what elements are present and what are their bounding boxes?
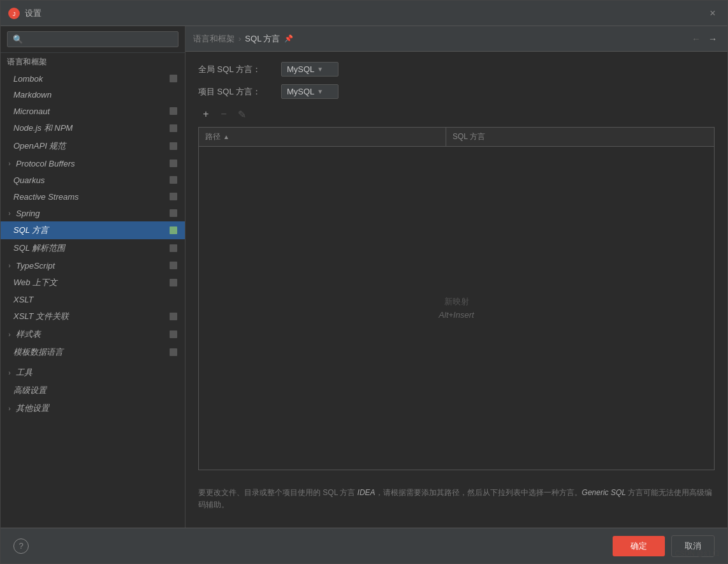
- sidebar: 语言和框架 Lombok Markdown Micronaut Node.j: [1, 26, 186, 528]
- item-icon: [168, 260, 178, 271]
- project-sql-dropdown[interactable]: MySQL ▼: [281, 84, 339, 99]
- dropdown-arrow-icon: ▼: [317, 66, 323, 73]
- item-icon: [168, 123, 178, 133]
- sidebar-item-label: Reactive Streams: [13, 192, 79, 202]
- sidebar-item-label: 模板数据语言: [13, 346, 63, 358]
- sidebar-item-label: Spring: [16, 209, 40, 218]
- sidebar-item-label: Micronaut: [13, 107, 50, 116]
- breadcrumb-separator: ›: [238, 34, 241, 43]
- project-sql-row: 项目 SQL 方言： MySQL ▼: [198, 84, 715, 99]
- description: 要更改文件、目录或整个项目使用的 SQL 方言 IDEA，请根据需要添加其路径，…: [198, 480, 715, 517]
- empty-hint: 新映射 Alt+Insert: [439, 296, 474, 320]
- item-icon: [168, 329, 178, 339]
- sidebar-item-label: XSLT: [13, 295, 34, 304]
- nav-back-arrow[interactable]: ←: [689, 32, 703, 46]
- dropdown-arrow-icon: ▼: [317, 88, 323, 95]
- col-path[interactable]: 路径 ▲: [199, 128, 446, 146]
- chevron-right-icon: ›: [6, 262, 13, 269]
- item-icon: [168, 243, 178, 253]
- sidebar-item-label: SQL 方言: [13, 225, 48, 236]
- sidebar-item-label: 其他设置: [16, 403, 49, 414]
- search-input[interactable]: [7, 31, 178, 47]
- sidebar-item-sql-dialect[interactable]: SQL 方言: [1, 221, 185, 239]
- empty-shortcut: Alt+Insert: [439, 310, 474, 320]
- chevron-right-icon: ›: [6, 209, 13, 217]
- global-sql-label: 全局 SQL 方言：: [198, 64, 275, 75]
- sidebar-item-spring[interactable]: › Spring: [1, 205, 185, 221]
- sidebar-item-markdown[interactable]: Markdown: [1, 87, 185, 103]
- breadcrumb-parent: 语言和框架: [193, 33, 235, 45]
- pin-icon: 📌: [284, 34, 293, 43]
- col-sql[interactable]: SQL 方言: [446, 128, 714, 146]
- breadcrumb-current: SQL 方言: [245, 33, 280, 45]
- toolbar: + − ✎: [198, 107, 715, 122]
- item-icon: [168, 73, 178, 84]
- title-bar: J 设置 ×: [1, 1, 727, 26]
- sidebar-item-label: OpenAPI 规范: [13, 140, 66, 152]
- global-sql-value: MySQL: [287, 64, 314, 74]
- sidebar-item-label: 工具: [16, 367, 33, 378]
- breadcrumb: 语言和框架 › SQL 方言 📌: [193, 33, 689, 45]
- settings-body: 全局 SQL 方言： MySQL ▼ 项目 SQL 方言： MySQL ▼: [186, 52, 727, 528]
- sidebar-item-protocol-buffers[interactable]: › Protocol Buffers: [1, 155, 185, 172]
- app-icon: J: [8, 8, 20, 19]
- item-icon: [168, 347, 178, 357]
- item-icon: [168, 278, 178, 288]
- sidebar-item-label: XSLT 文件关联: [13, 311, 69, 322]
- sidebar-item-advanced[interactable]: 高级设置: [1, 382, 185, 399]
- sidebar-item-reactive-streams[interactable]: Reactive Streams: [1, 188, 185, 205]
- sidebar-item-xslt-assoc[interactable]: XSLT 文件关联: [1, 308, 185, 325]
- section-header-languages: 语言和框架: [1, 53, 185, 70]
- edit-button[interactable]: ✎: [234, 107, 249, 122]
- item-icon: [168, 191, 178, 202]
- sidebar-item-template-lang[interactable]: 模板数据语言: [1, 343, 185, 361]
- nav-arrows: ← →: [689, 32, 720, 46]
- sidebar-item-web-context[interactable]: Web 上下文: [1, 274, 185, 292]
- ok-button[interactable]: 确定: [613, 536, 665, 556]
- sidebar-item-label: SQL 解析范围: [13, 242, 65, 254]
- sidebar-item-openapi[interactable]: OpenAPI 规范: [1, 137, 185, 155]
- col-sql-label: SQL 方言: [453, 132, 485, 141]
- table-body: 新映射 Alt+Insert: [199, 147, 714, 470]
- sidebar-item-label: 样式表: [16, 329, 41, 340]
- sidebar-item-label: Lombok: [13, 74, 43, 84]
- svg-text:J: J: [13, 11, 16, 17]
- sidebar-item-nodejs[interactable]: Node.js 和 NPM: [1, 119, 185, 137]
- item-icon: [168, 175, 178, 185]
- chevron-right-icon: ›: [6, 160, 13, 167]
- dialog-title: 设置: [25, 8, 706, 19]
- global-sql-row: 全局 SQL 方言： MySQL ▼: [198, 62, 715, 77]
- sidebar-list: 语言和框架 Lombok Markdown Micronaut Node.j: [1, 53, 185, 528]
- sidebar-item-micronaut[interactable]: Micronaut: [1, 103, 185, 119]
- chevron-right-icon: ›: [6, 369, 13, 376]
- item-icon: [168, 158, 178, 168]
- project-sql-value: MySQL: [287, 87, 314, 96]
- sidebar-item-other-settings[interactable]: › 其他设置: [1, 399, 185, 417]
- nav-forward-arrow[interactable]: →: [706, 32, 720, 46]
- sidebar-item-tools[interactable]: › 工具: [1, 364, 185, 382]
- content-header: 语言和框架 › SQL 方言 📌 ← →: [186, 26, 727, 52]
- sidebar-item-label: TypeScript: [16, 261, 55, 271]
- item-icon: [168, 225, 178, 235]
- sidebar-item-typescript[interactable]: › TypeScript: [1, 257, 185, 274]
- remove-button[interactable]: −: [216, 107, 231, 122]
- item-icon: [168, 311, 178, 322]
- sidebar-item-lombok[interactable]: Lombok: [1, 70, 185, 87]
- chevron-right-icon: ›: [6, 404, 13, 412]
- search-box: [1, 26, 185, 53]
- sidebar-item-quarkus[interactable]: Quarkus: [1, 172, 185, 188]
- sidebar-item-style-sheets[interactable]: › 样式表: [1, 325, 185, 343]
- global-sql-dropdown[interactable]: MySQL ▼: [281, 62, 339, 77]
- close-button[interactable]: ×: [706, 6, 720, 20]
- help-button[interactable]: ?: [13, 538, 29, 554]
- sidebar-item-sql-resolution[interactable]: SQL 解析范围: [1, 239, 185, 257]
- table-header: 路径 ▲ SQL 方言: [199, 128, 714, 147]
- sidebar-item-xslt[interactable]: XSLT: [1, 292, 185, 308]
- empty-hint-text: 新映射: [444, 296, 469, 308]
- sort-asc-icon: ▲: [223, 133, 229, 140]
- mapping-table: 路径 ▲ SQL 方言 新映射 Alt+Insert: [198, 127, 715, 470]
- sidebar-item-label: Protocol Buffers: [16, 159, 75, 168]
- watermark: CSDN @幻 口: [675, 549, 720, 558]
- content-panel: 语言和框架 › SQL 方言 📌 ← → 全局 SQL 方言： MySQL: [186, 26, 727, 528]
- add-button[interactable]: +: [198, 107, 214, 122]
